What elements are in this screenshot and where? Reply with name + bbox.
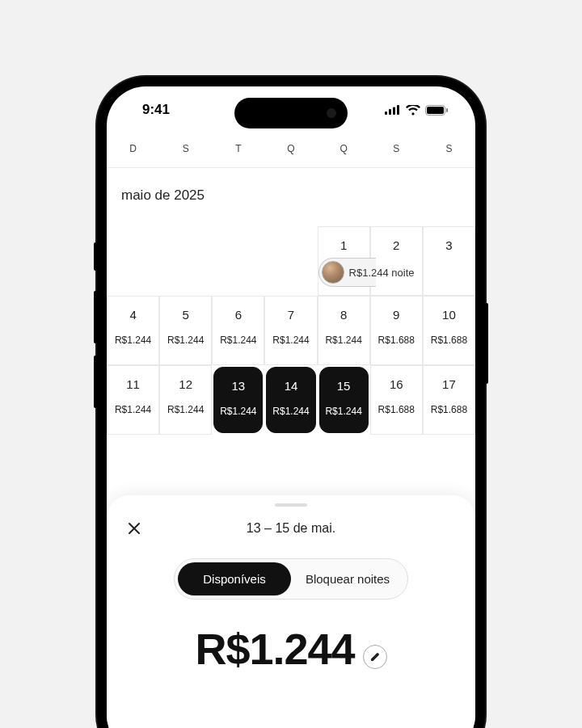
calendar-cell[interactable]: 12R$1.244 [159,365,212,435]
cellular-icon [385,105,401,115]
sheet-header: 13 – 15 de mai. [126,521,456,536]
calendar-cell[interactable]: 6R$1.244 [212,296,264,365]
weekday-label: Q [264,143,317,154]
calendar-grid: 1R$1.244 noite234R$1.2445R$1.2446R$1.244… [107,226,475,435]
sheet-grabber[interactable] [275,503,307,507]
calendar-cell[interactable]: 1R$1.244 noite [318,226,370,296]
month-label: maio de 2025 [107,168,475,226]
weekday-label: S [370,143,423,154]
day-number: 12 [179,377,192,391]
day-number: 8 [340,308,347,322]
calendar-cell[interactable]: 11R$1.244 [107,365,159,435]
toggle-block[interactable]: Bloquear noites [291,562,404,595]
day-price: R$1.244 [167,404,204,415]
weekday-label: S [423,143,475,154]
day-price: R$1.244 [325,335,361,346]
calendar-cell[interactable]: 9R$1.688 [370,296,423,365]
svg-rect-3 [397,105,399,115]
day-price: R$1.244 [272,406,309,417]
day-number: 14 [285,379,298,393]
status-time: 9:41 [142,102,170,118]
day-number: 16 [390,377,403,391]
svg-rect-2 [393,107,395,116]
side-button [94,242,97,271]
day-price: R$1.244 [115,404,151,415]
calendar-cell[interactable]: 7R$1.244 [264,296,317,365]
day-number: 6 [235,308,242,322]
calendar-cell-blank [107,226,159,296]
day-number: 7 [288,308,294,322]
dynamic-island [234,98,348,128]
day-number: 1 [340,238,347,252]
day-price: R$1.244 [115,335,151,346]
day-number: 11 [126,377,140,391]
calendar-cell[interactable]: 3 [423,226,475,296]
calendar-cell[interactable]: 14R$1.244 [266,367,315,433]
weekday-label: T [212,143,264,154]
calendar-cell[interactable]: 10R$1.688 [423,296,475,365]
phone-frame: 9:41 D S T Q Q S S maio de 2025 1R$1.244… [97,77,485,728]
weekday-label: D [107,143,159,154]
battery-icon [425,105,448,116]
day-number: 10 [442,308,456,322]
day-number: 3 [445,238,452,252]
calendar-cell[interactable]: 13R$1.244 [213,367,263,433]
day-number: 4 [129,308,136,322]
day-price: R$1.244 [325,406,361,417]
calendar-cell[interactable]: 16R$1.688 [370,365,423,435]
calendar-cell[interactable]: 17R$1.688 [423,365,475,435]
svg-rect-5 [427,107,444,114]
close-icon [126,520,142,537]
calendar-cell-blank [212,226,264,296]
day-price: R$1.688 [378,335,415,346]
day-price: R$1.244 [272,335,309,346]
weekday-header: D S T Q Q S S [107,133,475,168]
availability-toggle: Disponíveis Bloquear noites [174,558,408,600]
day-number: 9 [393,308,399,322]
bottom-sheet: 13 – 15 de mai. Disponíveis Bloquear noi… [107,495,475,728]
day-price: R$1.244 [167,335,204,346]
wifi-icon [406,105,420,116]
avatar [322,261,344,284]
calendar-cell[interactable]: 4R$1.244 [107,296,159,365]
booking-pill[interactable]: R$1.244 noite [318,258,376,287]
day-number: 15 [337,379,351,393]
volume-up-button [94,291,97,343]
weekday-label: Q [318,143,370,154]
day-number: 2 [393,238,399,252]
svg-rect-0 [385,112,387,115]
day-number: 5 [183,308,189,322]
calendar-cell-blank [159,226,212,296]
power-button [485,303,488,384]
pencil-icon [369,651,381,663]
screen: 9:41 D S T Q Q S S maio de 2025 1R$1.244… [107,86,475,728]
day-price: R$1.688 [431,335,467,346]
calendar-cell[interactable]: 2 [370,226,423,296]
close-button[interactable] [126,520,142,537]
svg-rect-6 [446,108,448,112]
booking-label: R$1.244 noite [349,267,415,279]
day-price: R$1.244 [220,406,256,417]
day-price: R$1.688 [431,404,467,415]
calendar-cell-blank [264,226,317,296]
calendar-cell[interactable]: 5R$1.244 [159,296,212,365]
sheet-title: 13 – 15 de mai. [126,521,456,536]
edit-price-button[interactable] [363,645,387,669]
calendar-cell[interactable]: 15R$1.244 [319,367,369,433]
status-icons [385,105,448,116]
volume-down-button [94,356,97,408]
svg-rect-1 [389,109,391,115]
day-price: R$1.244 [220,335,256,346]
day-number: 17 [442,377,456,391]
price-row: R$1.244 [126,624,456,674]
toggle-available[interactable]: Disponíveis [178,562,291,595]
calendar-cell[interactable]: 8R$1.244 [318,296,370,365]
weekday-label: S [159,143,212,154]
day-price: R$1.688 [378,404,415,415]
day-number: 13 [232,379,246,393]
nightly-price: R$1.244 [195,624,354,674]
